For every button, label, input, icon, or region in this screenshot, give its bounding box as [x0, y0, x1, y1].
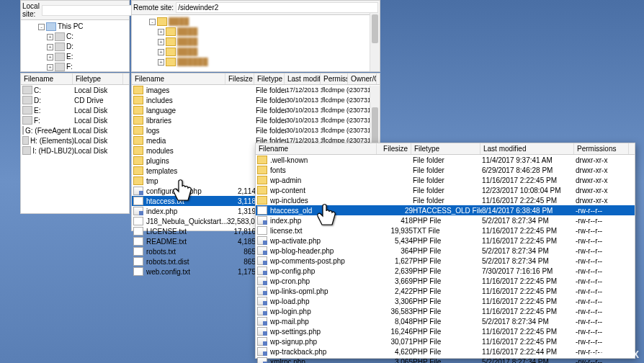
expand-icon[interactable]: +	[47, 34, 53, 40]
list-item[interactable]: I: (HD-LBU2)Local Disk	[21, 145, 129, 156]
list-item[interactable]: xmlrpc.php3,065PHP File5/2/2017 8:27:34 …	[256, 357, 635, 363]
expand-icon[interactable]: -	[149, 19, 156, 25]
list-item[interactable]: wp-cron.php3,669PHP File11/16/2017 2:22:…	[256, 276, 635, 286]
folder-icon	[133, 136, 143, 145]
permissions: -rw-r--r--	[576, 247, 630, 255]
expand-icon[interactable]: +	[158, 29, 164, 35]
tree-node[interactable]: +C:	[22, 32, 128, 42]
tree-label: C:	[66, 32, 73, 42]
list-item[interactable]: wp-trackback.php4,620PHP File11/16/2017 …	[256, 346, 635, 357]
list-item[interactable]: htaccess_old29HTACCESS_OLD File8/14/2017…	[256, 205, 635, 215]
col-filesize[interactable]: Filesize	[225, 73, 254, 84]
list-item[interactable]: logsFile folder30/10/2013 1...flcdmpe (0…	[132, 125, 380, 135]
list-item[interactable]: H: (Elements)Local Disk	[21, 135, 129, 145]
txt-icon	[257, 206, 267, 215]
list-item[interactable]: wp-contentFile folder12/23/2017 10:08:04…	[256, 185, 635, 195]
list-item[interactable]: E:Local Disk	[21, 105, 129, 115]
drive-icon	[22, 86, 32, 94]
col-perm[interactable]: Permissions	[574, 143, 629, 154]
modified: 17/12/2013 1...	[286, 86, 322, 94]
list-item[interactable]: index.php418PHP File5/2/2017 8:27:34 PM-…	[256, 215, 635, 225]
col-filetype[interactable]: Filetype	[254, 73, 285, 84]
expand-icon[interactable]: +	[158, 59, 164, 66]
list-item[interactable]: wp-mail.php8,048PHP File5/2/2017 8:27:34…	[256, 316, 635, 326]
filename: README.txt	[146, 238, 187, 246]
filesize: 3,669	[378, 277, 413, 285]
remote-site-pane: Remote site: -████ +████ +████ +████ +██…	[131, 0, 380, 72]
tree-node[interactable]: +E:	[22, 52, 128, 62]
detail-list-header[interactable]: Filename Filesize Filetype Last modified…	[256, 143, 635, 155]
filesize: 1,627	[378, 257, 413, 265]
list-item[interactable]: .well-knownFile folder11/4/2017 9:37:41 …	[256, 155, 635, 165]
list-item[interactable]: wp-settings.php16,246PHP File11/16/2017 …	[256, 326, 635, 336]
local-site-path-input[interactable]	[42, 5, 138, 16]
filename: wp-mail.php	[270, 318, 309, 326]
list-item[interactable]: librariesFile folder30/10/2013 1...flcdm…	[132, 115, 380, 125]
permissions: -rw-r--r--	[576, 308, 630, 315]
tree-node[interactable]: -This PC	[22, 22, 128, 32]
expand-icon[interactable]: +	[47, 54, 53, 60]
scroll-thumb[interactable]	[372, 14, 378, 43]
list-item[interactable]: languageFile folder30/10/2013 1...flcdmp…	[132, 105, 380, 115]
list-item[interactable]: wp-includesFile folder11/16/2017 2:22:45…	[256, 195, 635, 205]
php-icon	[257, 327, 267, 336]
col-modified[interactable]: Last modified	[285, 73, 321, 84]
list-item[interactable]: C:Local Disk	[21, 85, 129, 95]
php-icon	[257, 357, 267, 363]
expand-icon[interactable]: -	[38, 24, 45, 30]
filesize: 3,065	[378, 358, 413, 364]
list-item[interactable]: license.txt19,935TXT File11/16/2017 2:22…	[256, 225, 635, 236]
list-item[interactable]: G: (FreeAgent Dr...Local Disk	[21, 125, 129, 135]
list-item[interactable]: wp-config.php2,639PHP File7/30/2017 7:16…	[256, 266, 635, 276]
scrollbar[interactable]	[370, 13, 380, 71]
remote-list-header[interactable]: Filename Filesize Filetype Last modified…	[132, 73, 380, 85]
filename: .well-known	[270, 156, 308, 164]
list-item[interactable]: wp-login.php36,583PHP File11/16/2017 2:2…	[256, 306, 635, 316]
col-perm[interactable]: Permissions	[321, 73, 348, 84]
col-filename[interactable]: Filename	[132, 73, 225, 84]
col-owner[interactable]: Owner/Group	[348, 73, 377, 84]
expand-icon[interactable]: +	[158, 39, 164, 45]
remote-site-path-input[interactable]	[176, 2, 378, 13]
filetype: PHP File	[413, 328, 482, 336]
filename: wp-comments-post.php	[270, 257, 345, 265]
remote-tree[interactable]: -████ +████ +████ +████ +██████	[132, 15, 380, 68]
col-filename[interactable]: Filename	[21, 73, 73, 84]
list-item[interactable]: wp-signup.php30,071PHP File11/16/2017 2:…	[256, 336, 635, 346]
modified: 11/16/2017 2:22:45 PM	[482, 237, 576, 245]
filesize: 2,114	[227, 187, 256, 195]
list-item[interactable]: fontsFile folder6/29/2017 8:46:28 PMdrwx…	[256, 165, 635, 175]
filesize: 1,175	[227, 268, 256, 276]
col-filesize[interactable]: Filesize	[377, 143, 411, 154]
list-item[interactable]: D:CD Drive	[21, 95, 129, 105]
col-filename[interactable]: Filename	[256, 143, 377, 154]
modified: 11/16/2017 2:22:45 PM	[482, 176, 576, 184]
filename: H: (Elements)	[30, 137, 74, 145]
list-item[interactable]: wp-blog-header.php364PHP File5/2/2017 8:…	[256, 246, 635, 256]
permissions: -rw-r--r--	[576, 277, 630, 285]
expand-icon[interactable]: +	[47, 44, 53, 50]
list-item[interactable]: includesFile folder30/10/2013 1...flcdmp…	[132, 95, 380, 105]
list-item[interactable]: wp-comments-post.php1,627PHP File5/2/201…	[256, 256, 635, 266]
permissions: flcdmpe (0...	[322, 107, 349, 114]
local-list-header[interactable]: Filename Filetype	[21, 73, 129, 85]
list-item[interactable]: wp-activate.php5,434PHP File11/16/2017 2…	[256, 236, 635, 246]
permissions: flcdmpe (0...	[322, 86, 349, 94]
folder-icon	[166, 27, 176, 36]
folder-icon	[133, 166, 143, 175]
folder-icon	[133, 96, 143, 104]
col-filetype[interactable]: Filetype	[411, 143, 480, 154]
col-modified[interactable]: Last modified	[480, 143, 574, 154]
list-item[interactable]: imagesFile folder17/12/2013 1...flcdmpe …	[132, 85, 380, 95]
col-filetype[interactable]: Filetype	[73, 73, 123, 84]
filesize: 1,319	[227, 207, 256, 215]
filename: images	[146, 86, 169, 94]
list-item[interactable]: wp-links-opml.php2,422PHP File11/16/2017…	[256, 286, 635, 296]
expand-icon[interactable]: +	[158, 49, 164, 55]
list-item[interactable]: wp-adminFile folder11/16/2017 2:22:45 PM…	[256, 175, 635, 185]
tree-node[interactable]: +D:	[22, 42, 128, 52]
tree-node[interactable]: +F:	[22, 62, 128, 72]
expand-icon[interactable]: +	[47, 64, 53, 71]
list-item[interactable]: F:Local Disk	[21, 115, 129, 125]
list-item[interactable]: wp-load.php3,306PHP File11/16/2017 2:22:…	[256, 296, 635, 306]
